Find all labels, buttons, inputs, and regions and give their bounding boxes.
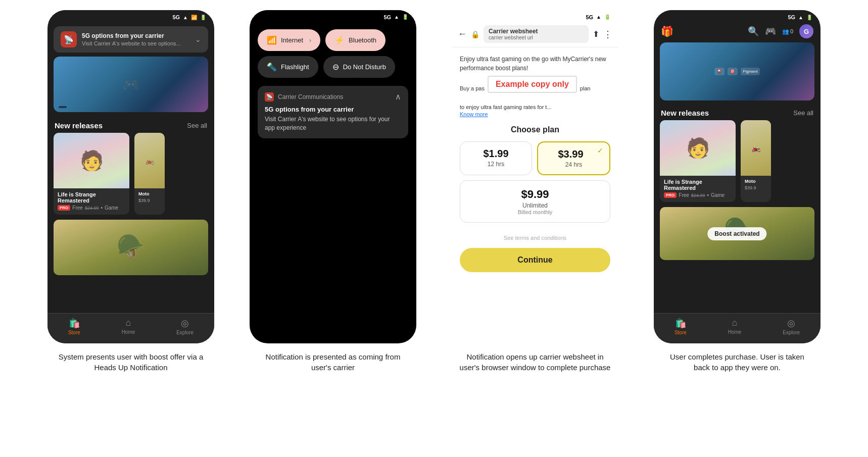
- new-releases-header: New releases See all: [47, 116, 214, 133]
- gift-icon: 🎁: [661, 26, 673, 37]
- battery-icon-3: 🔋: [604, 14, 610, 20]
- dnd-icon: ⊖: [332, 62, 339, 72]
- carrier-notification[interactable]: 📡 Carrier Communications ∧ 5G options fr…: [258, 86, 408, 138]
- nav-store[interactable]: 🛍️ Store: [68, 318, 80, 335]
- carrier-app-icon: 📡: [265, 92, 274, 101]
- pro-badge-4: PRO: [664, 192, 677, 198]
- category-label-1: Game: [105, 205, 118, 211]
- dot-separator: •: [101, 205, 103, 211]
- bottom-nav-1: 🛍️ Store ⌂ Home ◎ Explore: [47, 313, 214, 343]
- game-info-4-1: Life is Strange Remastered PRO Free $24.…: [660, 176, 736, 202]
- strike-price-1: $24.99: [85, 206, 99, 211]
- arrow-icon: ›: [309, 37, 311, 44]
- notif-title: 5G options from your carrier: [265, 106, 401, 113]
- continue-button[interactable]: Continue: [460, 248, 610, 272]
- signal-icon-4: ▲: [798, 15, 803, 20]
- websheet-content: Enjoy ultra fast gaming on the go with M…: [452, 47, 618, 343]
- notification-title: 5G options from your carrier: [82, 32, 190, 39]
- people-number: 0: [790, 28, 793, 34]
- game-card-1[interactable]: 🧑 Life is Strange Remastered PRO Free $2…: [54, 133, 129, 215]
- tile-dnd[interactable]: ⊖ Do Not Disturb: [323, 56, 395, 78]
- game-info-4-2: Moto $39.9: [741, 176, 771, 194]
- nav-store-4[interactable]: 🛍️ Store: [674, 318, 687, 335]
- game-title-4-1: Life is Strange Remastered: [664, 179, 732, 191]
- large-game-card[interactable]: 🪖: [54, 220, 208, 275]
- notif-app-info: 📡 Carrier Communications: [265, 92, 343, 101]
- game-banner-4: 🎴 🎯 Figment: [660, 42, 814, 100]
- price-4-2: $39.9: [745, 185, 756, 190]
- game-thumbnail-4-2: 🏍️: [741, 120, 771, 176]
- people-count[interactable]: 👥 0: [782, 28, 793, 35]
- game-card-4-1[interactable]: 🧑 Life is Strange Remastered PRO Free $2…: [660, 120, 736, 202]
- game-card-2[interactable]: 🏍️ Moto $39.9: [134, 133, 165, 215]
- know-more-link[interactable]: Know more: [460, 111, 610, 117]
- explore-label-4: Explore: [783, 330, 800, 335]
- tile-flashlight[interactable]: 🔦 Flashlight: [258, 56, 318, 78]
- bluetooth-icon: ⚡: [334, 35, 345, 45]
- screen2-content: 5G ▲ 🔋 📶 Internet › ⚡ Bluetooth 🔦 Flashl…: [250, 10, 416, 343]
- status-bar-3: 5G ▲ 🔋: [452, 10, 618, 22]
- store-label-4: Store: [674, 330, 687, 335]
- game-meta-4-2: $39.9: [745, 185, 767, 190]
- game-meta-1: PRO Free $24.99 • Game: [58, 205, 125, 211]
- status-5g: 5G: [172, 14, 180, 20]
- signal-icon: ▲: [183, 15, 188, 20]
- search-icon[interactable]: 🔍: [748, 26, 759, 37]
- status-5g-2: 5G: [383, 14, 391, 20]
- category-4: Game: [711, 192, 725, 198]
- see-all-link-4[interactable]: See all: [793, 109, 813, 117]
- battery-icon-4: 🔋: [806, 15, 812, 20]
- headsup-notification[interactable]: 📡 5G options from your carrier Visit Car…: [54, 26, 208, 53]
- banner-game-3: Figment: [741, 68, 760, 75]
- tile-internet[interactable]: 📶 Internet ›: [258, 29, 320, 51]
- user-avatar[interactable]: G: [799, 24, 813, 38]
- more-icon[interactable]: ⋮: [603, 29, 612, 40]
- carrier-app-name: Carrier Communications: [278, 93, 343, 100]
- nav-home[interactable]: ⌂ Home: [122, 318, 135, 335]
- game-art-4: 🧑: [686, 137, 710, 159]
- tile-bluetooth[interactable]: ⚡ Bluetooth: [325, 29, 385, 51]
- nav-explore[interactable]: ◎ Explore: [176, 318, 194, 335]
- checkmark-icon: ✓: [597, 146, 603, 155]
- internet-label: Internet: [281, 36, 303, 44]
- status-5g-3: 5G: [586, 14, 593, 20]
- game-card-4-2[interactable]: 🏍️ Moto $39.9: [741, 120, 771, 202]
- plans-row: $1.99 12 hrs ✓ $3.99 24 hrs: [460, 141, 610, 175]
- screen3-content: 5G ▲ 🔋 ← 🔒 Carrier websheet carrier webs…: [452, 10, 618, 343]
- column-3: 5G ▲ 🔋 ← 🔒 Carrier websheet carrier webs…: [439, 10, 631, 373]
- free-label-4: Free: [679, 192, 689, 198]
- lock-icon: 🔒: [471, 30, 479, 38]
- url-bar[interactable]: Carrier websheet carrier websheet url: [484, 25, 589, 43]
- gamepad-icon[interactable]: 🎮: [765, 26, 776, 37]
- games-row: 🧑 Life is Strange Remastered PRO Free $2…: [47, 133, 214, 215]
- back-button[interactable]: ←: [458, 29, 467, 39]
- plan3-price: $9.99: [467, 188, 603, 201]
- page-title: Carrier websheet: [489, 28, 584, 35]
- game-art-1: 🧑: [80, 149, 104, 172]
- dnd-label: Do Not Disturb: [343, 63, 386, 71]
- section-title: New releases: [55, 121, 103, 130]
- plan-card-1[interactable]: $1.99 12 hrs: [460, 141, 532, 175]
- nav-explore-4[interactable]: ◎ Explore: [783, 318, 800, 335]
- large-game-card-4[interactable]: 🪖 Boost activated: [660, 207, 814, 260]
- people-icon: 👥: [782, 28, 789, 35]
- signal-icon-3: ▲: [596, 14, 601, 20]
- plan-card-2[interactable]: ✓ $3.99 24 hrs: [537, 141, 610, 175]
- plan1-price: $1.99: [466, 148, 525, 160]
- boost-activated-badge: Boost activated: [707, 227, 766, 240]
- example-copy-label: Example copy only: [488, 76, 577, 93]
- see-all-link[interactable]: See all: [187, 122, 207, 129]
- new-releases-header-4: New releases See all: [654, 105, 821, 120]
- banner-game-1: 🎴: [714, 68, 725, 75]
- chevron-down-icon: ⌄: [195, 35, 201, 43]
- share-icon[interactable]: ⬆: [593, 29, 599, 39]
- game-info-2: Moto $39.9: [134, 188, 165, 207]
- plan1-duration: 12 hrs: [466, 161, 525, 168]
- gift-button[interactable]: 🎁: [661, 25, 673, 37]
- status-bar-2: 5G ▲ 🔋: [250, 10, 416, 22]
- plan-card-3[interactable]: $9.99 Unlimited Billed monthly: [460, 180, 610, 223]
- game-title-4-2: Moto: [745, 179, 767, 184]
- terms-link[interactable]: See terms and conditions: [460, 235, 610, 241]
- promo-text: Enjoy ultra fast gaming on the go with M…: [460, 55, 610, 73]
- nav-home-4[interactable]: ⌂ Home: [728, 318, 742, 335]
